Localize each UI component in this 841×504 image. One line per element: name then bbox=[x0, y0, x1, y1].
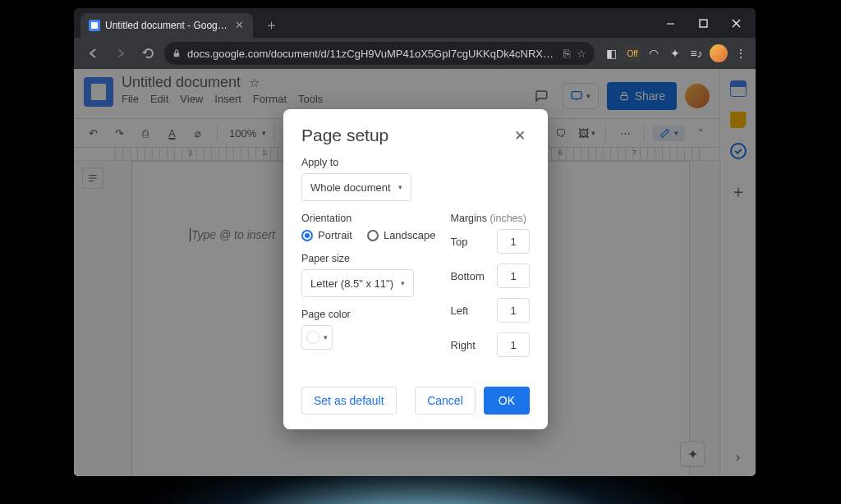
close-dialog-icon[interactable]: ✕ bbox=[510, 126, 530, 145]
install-app-icon[interactable]: ⎘ bbox=[563, 47, 570, 60]
new-tab-button[interactable]: ＋ bbox=[260, 13, 283, 36]
extensions-row: ◧ Off ◠ ✦ ≡♪ ⋮ bbox=[598, 44, 749, 62]
tab-title: Untitled document - Google Docs bbox=[105, 20, 228, 31]
paper-size-select[interactable]: Letter (8.5" x 11")▾ bbox=[301, 269, 414, 297]
reading-list-icon[interactable]: ≡♪ bbox=[688, 45, 705, 62]
margin-right-label: Right bbox=[451, 339, 476, 351]
paper-size-label: Paper size bbox=[301, 253, 436, 264]
back-button[interactable] bbox=[80, 41, 105, 66]
margin-left-label: Left bbox=[451, 305, 469, 317]
apply-to-label: Apply to bbox=[301, 157, 530, 168]
margin-top-label: Top bbox=[451, 236, 468, 248]
reload-button[interactable] bbox=[136, 41, 161, 66]
maximize-button[interactable] bbox=[687, 11, 719, 35]
orientation-portrait-radio[interactable]: Portrait bbox=[301, 229, 352, 241]
margin-right-input[interactable] bbox=[497, 332, 530, 357]
lock-icon bbox=[172, 48, 181, 58]
browser-menu-icon[interactable]: ⋮ bbox=[733, 45, 749, 62]
ok-button[interactable]: OK bbox=[484, 387, 530, 415]
margin-bottom-input[interactable] bbox=[497, 263, 530, 288]
svg-rect-0 bbox=[700, 20, 707, 27]
browser-tab[interactable]: Untitled document - Google Docs ✕ bbox=[80, 13, 253, 38]
extension-icon-2[interactable]: Off bbox=[624, 45, 641, 62]
orientation-label: Orientation bbox=[301, 213, 436, 224]
set-default-button[interactable]: Set as default bbox=[301, 387, 397, 415]
browser-titlebar: Untitled document - Google Docs ✕ ＋ bbox=[74, 8, 756, 38]
window-controls bbox=[654, 8, 752, 38]
docs-favicon-icon bbox=[89, 20, 100, 31]
page-color-picker[interactable]: ▾ bbox=[301, 325, 333, 350]
cancel-button[interactable]: Cancel bbox=[415, 387, 476, 415]
page-color-label: Page color bbox=[301, 309, 436, 320]
address-bar[interactable]: docs.google.com/document/d/11zCgH9VuMP41… bbox=[164, 42, 595, 65]
bookmark-star-icon[interactable]: ☆ bbox=[577, 48, 586, 60]
margin-left-input[interactable] bbox=[497, 298, 530, 323]
url-text: docs.google.com/document/d/11zCgH9VuMP41… bbox=[187, 48, 557, 60]
page-setup-dialog: Page setup ✕ Apply to Whole document▾ Or… bbox=[283, 109, 548, 429]
profile-avatar[interactable] bbox=[710, 44, 728, 62]
apply-to-select[interactable]: Whole document▾ bbox=[301, 173, 411, 201]
extension-icon-3[interactable]: ◠ bbox=[646, 45, 662, 62]
forward-button[interactable] bbox=[108, 41, 133, 66]
margin-bottom-label: Bottom bbox=[451, 270, 485, 282]
dialog-title: Page setup bbox=[301, 126, 388, 145]
svg-rect-1 bbox=[174, 53, 180, 57]
extension-icon-1[interactable]: ◧ bbox=[603, 45, 619, 62]
margin-top-input[interactable] bbox=[497, 229, 530, 254]
minimize-button[interactable] bbox=[654, 11, 687, 35]
margins-label: Margins (inches) bbox=[451, 213, 530, 224]
orientation-landscape-radio[interactable]: Landscape bbox=[367, 229, 436, 241]
browser-toolbar: docs.google.com/document/d/11zCgH9VuMP41… bbox=[74, 38, 756, 69]
close-tab-icon[interactable]: ✕ bbox=[233, 20, 245, 31]
extensions-puzzle-icon[interactable]: ✦ bbox=[667, 45, 683, 62]
close-window-button[interactable] bbox=[719, 11, 752, 35]
